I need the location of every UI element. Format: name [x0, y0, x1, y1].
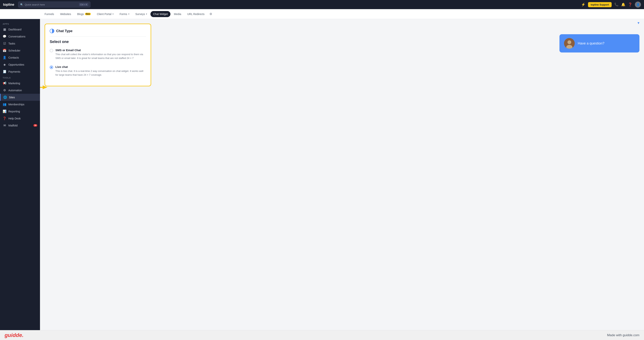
subnav-media[interactable]: Media	[171, 11, 184, 17]
marketing-icon: 📢	[3, 81, 6, 85]
guidde-logo: guidde.	[4, 332, 24, 338]
tools-section-label: Tools	[0, 75, 40, 80]
mailfold-icon: ✉	[3, 124, 6, 127]
preview-panel: Have a question?	[560, 19, 640, 52]
topbar: topline 🔍 Quick search here Ctrl + K ⚡ t…	[0, 0, 644, 9]
sidebar-item-label: Memberships	[8, 103, 24, 106]
sidebar-item-helpdesk[interactable]: ❓ Help Desk	[0, 115, 40, 122]
sidebar-item-label: Reporting	[8, 110, 20, 113]
subnav-funnels[interactable]: Funnels	[42, 11, 57, 17]
chat-type-title: Chat Type	[56, 29, 72, 33]
bottombar: guidde. Made with guidde.com	[0, 330, 644, 340]
sidebar-item-marketing[interactable]: 📢 Marketing	[0, 80, 40, 87]
bottombar-tagline: Made with guidde.com	[607, 333, 640, 337]
sidebar-item-label: Mailfold	[8, 124, 18, 127]
sms-email-radio[interactable]	[50, 49, 53, 52]
live-chat-content: Live chat This is live chat. It is a rea…	[56, 65, 146, 77]
subnav-client-portal[interactable]: Client Portal ▾	[94, 11, 116, 17]
sms-email-content: SMS or Email Chat This chat will collect…	[56, 48, 146, 60]
memberships-icon: 👥	[3, 103, 6, 106]
sidebar-item-label: Sites	[9, 96, 15, 99]
forms-chevron: ▾	[128, 13, 129, 15]
subnav-websites[interactable]: Websites	[58, 11, 74, 17]
contacts-icon: 👤	[3, 56, 6, 59]
avatar[interactable]: 👤	[635, 1, 641, 7]
sidebar-item-label: Conversations	[8, 35, 26, 38]
avatar-image	[564, 38, 575, 49]
sms-email-label: SMS or Email Chat	[56, 48, 146, 52]
live-chat-option[interactable]: Live chat This is live chat. It is a rea…	[50, 64, 146, 77]
sidebar-item-label: Help Desk	[8, 117, 21, 120]
blogs-new-badge: New	[85, 13, 91, 15]
main-content: ▾ Chat Type Select one SMS or Email Chat…	[40, 19, 644, 330]
settings-gear-icon[interactable]: ⚙	[210, 12, 212, 16]
subnav-forms[interactable]: Forms ▾	[117, 11, 132, 17]
helpdesk-icon: ❓	[3, 117, 6, 120]
svg-point-2	[568, 40, 571, 44]
automation-icon: ⚙	[3, 88, 6, 92]
sidebar-item-label: Opportunities	[8, 63, 24, 66]
tasks-icon: ☑	[3, 42, 6, 45]
payments-icon: 🧾	[3, 70, 6, 73]
chat-type-section: Chat Type Select one SMS or Email Chat T…	[44, 23, 151, 86]
scheduler-icon: 📅	[3, 49, 6, 52]
sidebar-item-reporting[interactable]: 📊 Reporting	[0, 108, 40, 115]
sidebar-item-automation[interactable]: ⚙ Automation	[0, 87, 40, 94]
sidebar-item-tasks[interactable]: ☑ Tasks	[0, 40, 40, 47]
sidebar-item-opportunities[interactable]: ◈ Opportunities	[0, 61, 40, 68]
sidebar-item-label: Dashboard	[8, 28, 22, 31]
app-logo: topline	[3, 3, 14, 7]
sites-icon: 🌐	[3, 95, 7, 99]
sidebar-item-sites[interactable]: 🌐 Sites	[0, 94, 40, 101]
opportunities-icon: ◈	[3, 63, 6, 66]
sidebar-item-mailfold[interactable]: ✉ Mailfold 16	[0, 122, 40, 129]
subnav-chat-widget[interactable]: Chat Widget	[150, 11, 170, 17]
search-shortcut: Ctrl + K	[79, 3, 88, 6]
lightning-icon[interactable]: ⚡	[581, 2, 585, 7]
sidebar-item-label: Tasks	[8, 42, 15, 45]
select-one-label: Select one	[50, 39, 146, 44]
subnav-url-redirects[interactable]: URL Redirects	[184, 11, 207, 17]
support-button[interactable]: topline Support	[588, 2, 612, 7]
live-chat-label: Live chat	[56, 65, 146, 68]
phone-icon[interactable]: 📞	[614, 2, 618, 7]
sidebar-item-dashboard[interactable]: ▦ Dashboard	[0, 26, 40, 33]
live-chat-radio[interactable]	[50, 66, 53, 69]
sidebar-item-scheduler[interactable]: 📅 Scheduler	[0, 47, 40, 54]
chat-type-icon	[50, 29, 54, 33]
help-icon[interactable]: ❓	[628, 2, 632, 7]
sidebar-item-conversations[interactable]: 💬 Conversations	[0, 33, 40, 40]
sidebar-item-label: Contacts	[8, 56, 19, 59]
preview-question-text: Have a question?	[578, 41, 604, 45]
chat-type-header: Chat Type	[50, 29, 146, 36]
dashboard-icon: ▦	[3, 27, 6, 31]
mailfold-badge: 16	[33, 124, 37, 127]
sidebar-item-label: Payments	[8, 70, 20, 73]
sidebar-item-label: Scheduler	[8, 49, 20, 52]
client-portal-chevron: ▾	[112, 13, 114, 15]
search-placeholder: Quick search here	[25, 3, 45, 6]
sidebar-item-memberships[interactable]: 👥 Memberships	[0, 101, 40, 108]
subnav-blogs[interactable]: Blogs New	[74, 11, 94, 17]
preview-chat-bubble: Have a question?	[560, 34, 640, 52]
surveys-chevron: ▾	[146, 13, 147, 15]
sidebar: Dunder Mifflin [D... Scranton, PA ▾ ⊟ Ap…	[0, 9, 40, 340]
reporting-icon: 📊	[3, 110, 6, 113]
subnav-surveys[interactable]: Surveys ▾	[133, 11, 150, 17]
bell-icon[interactable]: 🔔	[621, 2, 625, 7]
live-chat-desc: This is live chat. It is a real-time 2 w…	[56, 69, 146, 77]
apps-section-label: Apps	[0, 21, 40, 26]
preview-avatar	[564, 38, 575, 49]
sidebar-item-payments[interactable]: 🧾 Payments	[0, 68, 40, 75]
search-icon: 🔍	[20, 3, 23, 6]
sidebar-item-label: Automation	[8, 89, 22, 92]
subnav: Funnels Websites Blogs New Client Portal…	[0, 9, 644, 19]
conversations-icon: 💬	[3, 35, 6, 38]
topbar-right: ⚡ topline Support 📞 🔔 ❓ 👤	[581, 1, 641, 7]
chat-type-card: Chat Type Select one SMS or Email Chat T…	[44, 23, 151, 86]
sidebar-item-contacts[interactable]: 👤 Contacts	[0, 54, 40, 61]
sidebar-item-label: Marketing	[8, 82, 20, 85]
search-bar[interactable]: 🔍 Quick search here Ctrl + K	[18, 1, 90, 7]
sms-email-option[interactable]: SMS or Email Chat This chat will collect…	[50, 48, 146, 61]
sms-email-desc: This chat will collect the visitor's inf…	[56, 52, 146, 60]
